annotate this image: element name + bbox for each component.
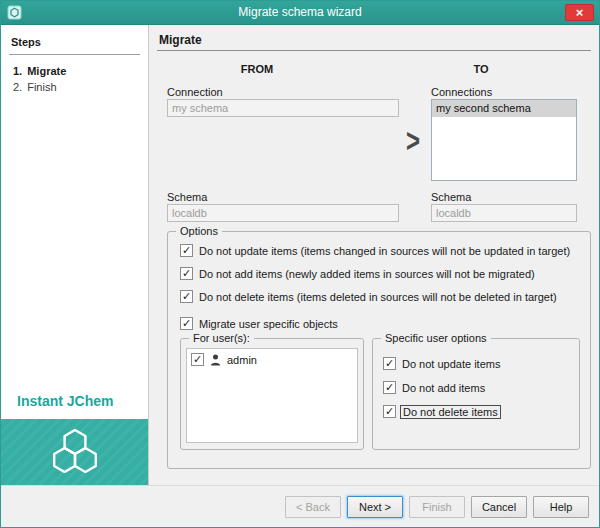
connection-from-field <box>167 99 399 117</box>
step-item-migrate: 1. Migrate <box>13 65 66 77</box>
check-icon: ✓ <box>182 268 191 279</box>
step-label: Finish <box>27 81 56 93</box>
close-icon: × <box>576 6 584 19</box>
next-button[interactable]: Next > <box>347 496 403 518</box>
cancel-button[interactable]: Cancel <box>471 496 527 518</box>
checkbox-label: Do not update items <box>402 358 500 370</box>
checkbox-checked[interactable]: ✓ <box>180 317 193 330</box>
connections-label: Connections <box>431 86 492 98</box>
specific-user-options-title: Specific user options <box>381 332 491 344</box>
button-bar: < Back Next > Finish Cancel Help <box>1 485 599 527</box>
connection-label: Connection <box>167 86 223 98</box>
checkbox-checked[interactable]: ✓ <box>383 357 396 370</box>
check-icon: ✓ <box>182 318 191 329</box>
options-group: Options ✓ Do not update items (items cha… <box>167 231 591 469</box>
option-do-not-update-items[interactable]: ✓ Do not update items (items changed in … <box>180 244 570 257</box>
close-button[interactable]: × <box>565 4 594 21</box>
back-button: < Back <box>285 496 341 518</box>
step-item-finish: 2. Finish <box>13 81 57 93</box>
steps-heading: Steps <box>11 36 41 48</box>
help-button[interactable]: Help <box>533 496 589 518</box>
wizard-steps-panel: Steps 1. Migrate 2. Finish Instant JChem <box>1 25 149 485</box>
titlebar: Migrate schema wizard × <box>1 1 599 25</box>
checkbox-checked[interactable]: ✓ <box>383 405 396 418</box>
checkbox-label: Do not add items (newly added items in s… <box>199 268 535 280</box>
check-icon: ✓ <box>193 354 202 365</box>
specific-option-do-not-delete-items[interactable]: ✓ Do not delete items <box>383 405 498 418</box>
user-icon <box>210 354 221 366</box>
step-number: 1. <box>13 65 22 77</box>
checkbox-label: Do not add items <box>402 382 485 394</box>
specific-option-do-not-update-items[interactable]: ✓ Do not update items <box>383 357 500 370</box>
schema-from-label: Schema <box>167 191 207 203</box>
checkbox-label: Migrate user specific objects <box>199 318 338 330</box>
to-column-label: TO <box>431 63 531 75</box>
check-icon: ✓ <box>385 358 394 369</box>
connections-list[interactable]: my second schema <box>431 99 577 181</box>
checkbox-label: Do not update items (items changed in so… <box>199 245 570 257</box>
list-item-selected[interactable]: my second schema <box>432 100 576 117</box>
schema-from-field <box>167 204 399 222</box>
checkbox-label: Do not delete items (items deleted in so… <box>199 291 557 303</box>
checkbox-checked[interactable]: ✓ <box>180 267 193 280</box>
checkbox-checked[interactable]: ✓ <box>191 353 204 366</box>
page-separator <box>157 50 591 51</box>
for-users-group: For user(s): ✓ admin <box>180 338 364 450</box>
check-icon: ✓ <box>182 291 191 302</box>
options-group-title: Options <box>176 225 222 237</box>
steps-separator <box>9 54 140 55</box>
for-users-group-title: For user(s): <box>189 332 254 344</box>
step-label: Migrate <box>27 65 66 77</box>
migrate-direction-arrow-icon: > <box>399 122 427 160</box>
sidebar-footer-panel <box>1 419 148 485</box>
page-title: Migrate <box>159 33 202 47</box>
check-icon: ✓ <box>182 245 191 256</box>
finish-button: Finish <box>409 496 465 518</box>
checkbox-checked[interactable]: ✓ <box>180 290 193 303</box>
wizard-content: Migrate FROM TO Connection Connections m… <box>149 25 599 485</box>
specific-option-do-not-add-items[interactable]: ✓ Do not add items <box>383 381 485 394</box>
user-label: admin <box>227 354 257 366</box>
user-item-admin[interactable]: ✓ admin <box>187 349 357 370</box>
checkbox-label-focused: Do not delete items <box>400 405 501 419</box>
checkbox-checked[interactable]: ✓ <box>383 381 396 394</box>
from-column-label: FROM <box>167 63 347 75</box>
schema-to-field <box>431 204 577 222</box>
checkbox-checked[interactable]: ✓ <box>180 244 193 257</box>
users-list[interactable]: ✓ admin <box>186 348 358 443</box>
schema-to-label: Schema <box>431 191 471 203</box>
hexagon-logo-icon <box>43 429 107 475</box>
specific-user-options-group: Specific user options ✓ Do not update it… <box>372 338 580 450</box>
brand-text: Instant JChem <box>17 393 113 409</box>
option-do-not-add-items[interactable]: ✓ Do not add items (newly added items in… <box>180 267 535 280</box>
check-icon: ✓ <box>385 406 394 417</box>
step-number: 2. <box>13 81 22 93</box>
window-title: Migrate schema wizard <box>1 1 599 25</box>
check-icon: ✓ <box>385 382 394 393</box>
option-migrate-user-specific-objects[interactable]: ✓ Migrate user specific objects <box>180 317 338 330</box>
option-do-not-delete-items[interactable]: ✓ Do not delete items (items deleted in … <box>180 290 557 303</box>
migrate-schema-wizard-window: Migrate schema wizard × Steps 1. Migrate… <box>0 0 600 528</box>
